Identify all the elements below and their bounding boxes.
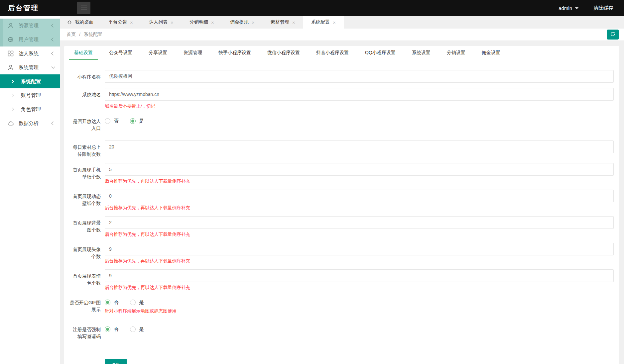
grid-icon — [7, 50, 14, 57]
refresh-icon — [610, 31, 616, 38]
form-row-home-emoji-pack-count: 首页展现表情包个数 后台推荐为优先，再以达人下载量倒序补充 — [69, 269, 614, 291]
close-icon[interactable] — [333, 20, 336, 25]
live-wallpaper-count-input[interactable] — [105, 190, 614, 202]
radio-label: 否 — [114, 326, 119, 332]
system-domain-input[interactable] — [105, 88, 614, 101]
arrow-right-icon — [11, 108, 14, 111]
window-tab-desktop[interactable]: 我的桌面 — [60, 16, 100, 29]
tab-official-account-settings[interactable]: 公众号设置 — [104, 46, 138, 60]
radio-icon — [130, 326, 136, 332]
user-dropdown[interactable]: admin — [559, 5, 579, 11]
sidebar-subitem-label: 账号管理 — [21, 92, 41, 99]
form-row-gif-display: 是否开启GIF图展示 否 是 针对小程序端展示动图或静态图使用 — [69, 296, 614, 314]
daily-upload-limit-input[interactable] — [105, 140, 614, 153]
form-row-daily-upload-limit: 每日素材总上传限制次数 — [69, 140, 614, 158]
refresh-button[interactable] — [607, 30, 619, 40]
window-tab-commission-withdraw[interactable]: 佣金提现 — [222, 16, 263, 29]
globe-icon — [7, 36, 14, 43]
avatar-count-input[interactable] — [105, 243, 614, 255]
radio-no[interactable]: 否 — [105, 326, 119, 332]
form-row-open-talent-entry: 是否开放达人入口 否 是 — [69, 115, 614, 132]
window-tab-label: 平台公告 — [108, 19, 127, 25]
close-icon[interactable] — [171, 20, 174, 25]
phone-wallpaper-count-input[interactable] — [105, 163, 614, 176]
radio-yes[interactable]: 是 — [130, 299, 144, 306]
sidebar-item-data-analysis[interactable]: 数据分析 — [0, 116, 60, 130]
tab-label: 佣金设置 — [482, 50, 500, 56]
close-icon[interactable] — [252, 20, 255, 25]
field-label: 首页展现手机壁纸个数 — [69, 163, 101, 184]
radio-no[interactable]: 否 — [105, 299, 119, 306]
chevron-left-icon — [51, 38, 55, 41]
radio-label: 否 — [114, 299, 119, 306]
close-icon[interactable] — [130, 20, 133, 25]
sidebar-subitem-system-config[interactable]: 系统配置 — [0, 74, 60, 88]
tab-basic-settings[interactable]: 基础设置 — [69, 46, 98, 60]
window-tab-talent-list[interactable]: 达人列表 — [141, 16, 182, 29]
window-tab-system-config[interactable]: 系统配置 — [303, 16, 344, 29]
breadcrumb-separator: / — [79, 32, 80, 37]
miniapp-name-input[interactable] — [105, 70, 614, 83]
arrow-right-icon — [11, 80, 14, 83]
tab-label: 微信小程序设置 — [267, 50, 300, 56]
tab-qq-miniapp-settings[interactable]: QQ小程序设置 — [360, 46, 401, 60]
sidebar-item-system-management[interactable]: 系统管理 — [0, 60, 60, 74]
window-tab-label: 素材管理 — [271, 19, 289, 25]
field-label: 系统域名 — [69, 88, 101, 109]
field-hint: 后台推荐为优先，再以达人下载量倒序补充 — [105, 285, 614, 291]
radio-yes[interactable]: 是 — [130, 326, 144, 332]
breadcrumb-home[interactable]: 首页 — [66, 32, 76, 38]
hamburger-menu-icon[interactable] — [77, 2, 90, 14]
field-label: 每日素材总上传限制次数 — [69, 140, 101, 158]
tab-distribution-settings[interactable]: 分销设置 — [441, 46, 471, 60]
tab-label: QQ小程序设置 — [365, 50, 396, 56]
tab-commission-settings[interactable]: 佣金设置 — [476, 46, 506, 60]
radio-label: 否 — [114, 118, 119, 124]
radio-icon — [130, 118, 136, 124]
sidebar-item-users[interactable]: 用户管理 — [0, 33, 60, 46]
sidebar-item-label: 用户管理 — [19, 37, 39, 43]
window-tab-material-management[interactable]: 素材管理 — [263, 16, 303, 29]
radio-label: 是 — [139, 299, 144, 306]
sidebar-subitem-role-management[interactable]: 角色管理 — [0, 102, 60, 116]
sidebar-subitem-account-management[interactable]: 账号管理 — [0, 88, 60, 102]
radio-label: 是 — [139, 326, 144, 332]
tab-label: 抖音小程序设置 — [316, 50, 349, 56]
clear-cache-button[interactable]: 清除缓存 — [593, 5, 613, 11]
window-tab-distribution-detail[interactable]: 分销明细 — [182, 16, 222, 29]
field-hint: 后台推荐为优先，再以达人下载量倒序补充 — [105, 178, 614, 184]
tab-system-settings[interactable]: 系统设置 — [407, 46, 436, 60]
radio-icon — [105, 300, 110, 305]
username: admin — [559, 5, 572, 11]
radio-yes[interactable]: 是 — [130, 118, 144, 124]
app-title: 后台管理 — [0, 3, 60, 13]
emoji-pack-count-input[interactable] — [105, 269, 614, 282]
tab-wechat-miniapp-settings[interactable]: 微信小程序设置 — [262, 46, 305, 60]
sidebar-item-resources[interactable]: 资源管理 — [0, 19, 60, 33]
window-tab-platform-notice[interactable]: 平台公告 — [100, 16, 141, 29]
sidebar-item-label: 达人系统 — [19, 50, 39, 57]
background-count-input[interactable] — [105, 216, 614, 229]
tab-kuaishou-miniapp-settings[interactable]: 快手小程序设置 — [213, 46, 256, 60]
sidebar-subitem-label: 角色管理 — [21, 106, 41, 113]
breadcrumb-current: 系统配置 — [84, 32, 102, 38]
arrow-right-icon — [11, 94, 14, 97]
tab-share-settings[interactable]: 分享设置 — [143, 46, 173, 60]
close-icon[interactable] — [211, 20, 214, 25]
window-tab-label: 分销明细 — [189, 19, 208, 25]
sidebar-item-talent-system[interactable]: 达人系统 — [0, 46, 60, 60]
window-tab-label: 我的桌面 — [75, 19, 94, 25]
tab-label: 公众号设置 — [109, 50, 132, 56]
radio-no[interactable]: 否 — [105, 118, 119, 124]
sidebar-subitem-label: 系统配置 — [21, 78, 41, 85]
field-label: 首页展现动态壁纸个数 — [69, 190, 101, 211]
tab-douyin-miniapp-settings[interactable]: 抖音小程序设置 — [311, 46, 354, 60]
field-label: 小程序名称 — [69, 70, 101, 83]
form-row-home-live-wallpaper-count: 首页展现动态壁纸个数 后台推荐为优先，再以达人下载量倒序补充 — [69, 190, 614, 211]
submit-button[interactable]: 修改 — [105, 359, 127, 364]
field-hint: 后台推荐为优先，再以达人下载量倒序补充 — [105, 258, 614, 264]
tab-resource-management[interactable]: 资源管理 — [178, 46, 207, 60]
close-icon[interactable] — [292, 20, 295, 25]
topbar-right: admin 清除缓存 — [559, 5, 624, 11]
form-row-register-invite-code: 注册是否强制填写邀请码 否 是 — [69, 323, 614, 340]
